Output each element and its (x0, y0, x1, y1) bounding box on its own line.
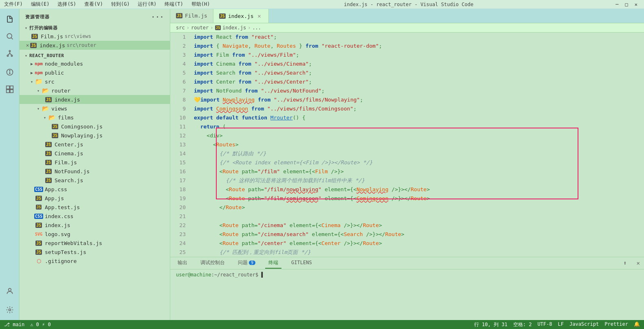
menu-select[interactable]: 选择(S) (57, 1, 76, 8)
index-js-icon: JS (35, 221, 42, 229)
open-editor-index[interactable]: ✕ JS index.js src\router (20, 41, 170, 50)
project-root[interactable]: ▾ REACT_ROUTER (20, 52, 170, 59)
svg-point-3 (7, 55, 8, 56)
panel-close-icon[interactable]: ✕ (637, 260, 640, 266)
status-language[interactable]: JavaScript (569, 321, 599, 328)
cinema-file[interactable]: JS Cinema.js (20, 149, 170, 158)
terminal-content[interactable]: user@machine:~/react_router$ ▌ (170, 269, 644, 320)
search-file[interactable]: JS Search.js (20, 176, 170, 185)
src-label: src (45, 79, 54, 85)
breadcrumb-more[interactable]: ... (252, 25, 261, 31)
window-minimize[interactable]: ─ (613, 2, 621, 7)
center-file[interactable]: JS Center.js (20, 140, 170, 149)
app-js-file[interactable]: JS App.js (20, 194, 170, 203)
reportweb-label: reportWebVitals.js (45, 240, 102, 246)
tab-film[interactable]: JS Film.js (170, 9, 213, 23)
code-lines[interactable]: import React from "react"; import { Navi… (190, 33, 644, 257)
code-line-4: import Cinema from "../views/Cinema"; (194, 60, 644, 68)
debug-activity-icon[interactable] (3, 65, 17, 79)
search-activity-icon[interactable] (3, 29, 17, 43)
git-activity-icon[interactable] (3, 46, 17, 60)
settings-activity-icon[interactable] (3, 303, 17, 317)
router-index-file[interactable]: JS index.js (20, 95, 170, 104)
menu-view[interactable]: 查看(V) (84, 1, 103, 8)
svg-point-15 (9, 309, 11, 311)
films-folder[interactable]: ▾ 📂 films (20, 113, 170, 122)
status-position[interactable]: 行 10, 列 31 (474, 321, 508, 328)
status-encoding[interactable]: UTF-8 (537, 321, 552, 328)
svg-rect-12 (6, 90, 9, 93)
status-branch[interactable]: ⎇ main (4, 322, 24, 327)
extensions-activity-icon[interactable] (3, 82, 17, 96)
window-maximize[interactable]: □ (623, 2, 631, 7)
js-icon: JS (31, 33, 38, 40)
index-css-file[interactable]: CSS index.css (20, 212, 170, 221)
menu-file[interactable]: 文件(F) (4, 1, 23, 8)
tab-index[interactable]: JS index.js ✕ (213, 9, 269, 23)
menu-goto[interactable]: 转到(G) (111, 1, 130, 8)
panel-maximize-icon[interactable]: ⬆ (623, 260, 626, 266)
breadcrumb-router[interactable]: router (191, 25, 209, 31)
setup-js-icon: JS (35, 248, 42, 256)
project-root-arrow: ▾ (23, 53, 29, 58)
app-js-icon: JS (35, 194, 42, 202)
status-errors[interactable]: ⚠ 0 ⚡ 0 (30, 322, 51, 327)
code-line-13: <Routes> (194, 140, 644, 149)
bottom-tab-gitlens[interactable]: GITLENS (288, 258, 315, 268)
index-css-icon: CSS (35, 212, 42, 220)
sidebar-title: 资源管理器 (25, 14, 50, 20)
code-line-17: {/* 这样的写法是将这两个组件加载到film组件中来 */} (194, 176, 644, 185)
menu-bar[interactable]: 文件(F) 编辑(E) 选择(S) 查看(V) 转到(G) 运行(R) 终端(T… (4, 1, 210, 8)
breadcrumb-src[interactable]: src (176, 25, 185, 31)
breadcrumb-sep3: › (248, 25, 251, 31)
bottom-tab-debug[interactable]: 调试控制台 (197, 258, 228, 269)
bottom-tab-terminal[interactable]: 终端 (265, 258, 281, 269)
comingsoon-file[interactable]: JS Comingsoon.js (20, 122, 170, 131)
npm-icon: npm (35, 60, 42, 67)
menu-terminal[interactable]: 终端(T) (165, 1, 183, 8)
logo-file[interactable]: SVG logo.svg (20, 230, 170, 238)
accounts-activity-icon[interactable] (3, 284, 17, 298)
code-line-19: <Route path="/film/comingsoon" element={… (194, 194, 644, 203)
svg-point-4 (11, 55, 12, 56)
bottom-tab-problems[interactable]: 问题9 (235, 258, 259, 269)
open-editor-film[interactable]: JS Film.js src\views (20, 32, 170, 41)
status-eol[interactable]: LF (558, 321, 564, 328)
film-file[interactable]: JS Film.js (20, 158, 170, 167)
reportweb-file[interactable]: JS reportWebVitals.js (20, 238, 170, 247)
window-close[interactable]: ✕ (632, 2, 640, 7)
src-folder[interactable]: ▾ 📁 src (20, 77, 170, 86)
tab-index-close[interactable]: ✕ (256, 13, 263, 19)
menu-edit[interactable]: 编辑(E) (31, 1, 50, 8)
app-test-file[interactable]: JS App.test.js (20, 203, 170, 212)
open-editors-header[interactable]: ▾ 打开的编辑器 (20, 24, 170, 32)
breadcrumb-file[interactable]: index.js (222, 25, 246, 31)
notfound-file[interactable]: JS NotFound.js (20, 167, 170, 176)
status-right: 行 10, 列 31 空格: 2 UTF-8 LF JavaScript Pre… (474, 321, 640, 328)
status-feedback-icon[interactable]: 🔔 (634, 321, 640, 328)
app-css-file[interactable]: CSS App.css (20, 185, 170, 194)
svg-rect-11 (10, 86, 13, 89)
close-icon[interactable]: ✕ (26, 42, 29, 48)
nowplaying-file[interactable]: JS Nowplaying.js (20, 131, 170, 140)
public-folder[interactable]: ▶ npm public (20, 68, 170, 77)
notfound-label: NotFound.js (55, 168, 90, 174)
router-folder[interactable]: ▾ 📂 router (20, 86, 170, 95)
status-spaces[interactable]: 空格: 2 (513, 321, 532, 328)
code-editor[interactable]: 1 2 3 4 5 6 7 8 9 10 11 12 13 14 15 16 1 (170, 33, 644, 257)
status-prettier[interactable]: Prettier (604, 321, 628, 328)
gitignore-file[interactable]: ⬡ .gitignore (20, 256, 170, 265)
bottom-tab-output[interactable]: 输出 (174, 258, 191, 269)
menu-run[interactable]: 运行(R) (138, 1, 156, 8)
setup-file[interactable]: JS setupTests.js (20, 247, 170, 256)
activity-bar (0, 9, 20, 320)
logo-label: logo.svg (45, 231, 70, 237)
src-arrow: ▾ (29, 79, 35, 84)
menu-help[interactable]: 帮助(H) (191, 1, 210, 8)
index-js-file[interactable]: JS index.js (20, 221, 170, 230)
code-line-2: import { Navigate, Route, Routes } from … (194, 42, 644, 51)
node-modules-folder[interactable]: ▶ npm node_modules (20, 59, 170, 68)
sidebar-more-icon[interactable]: ··· (151, 13, 164, 21)
views-folder[interactable]: ▾ 📂 views (20, 104, 170, 113)
files-activity-icon[interactable] (3, 12, 17, 26)
